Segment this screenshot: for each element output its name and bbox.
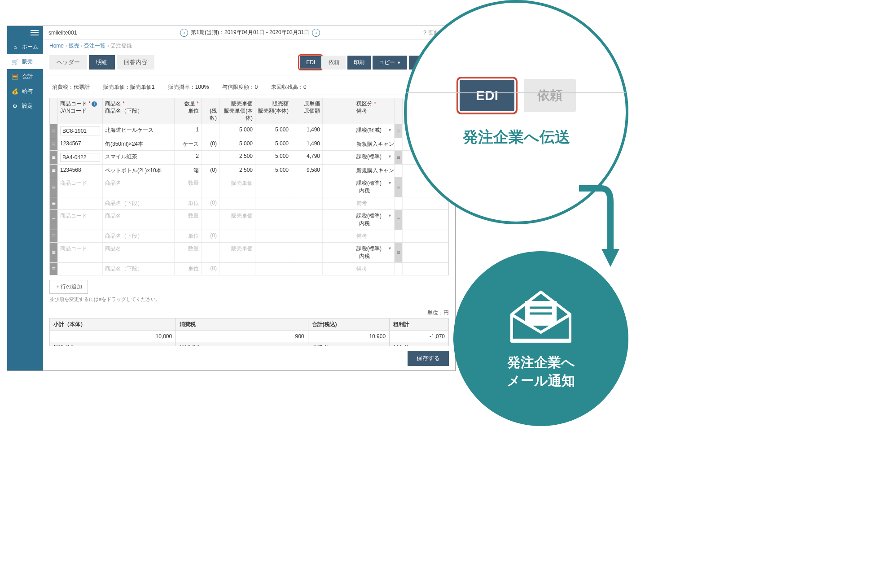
crumb-home[interactable]: Home: [49, 43, 64, 49]
crumb-list[interactable]: 受注一覧: [84, 43, 105, 49]
name-cell[interactable]: 北海道ビールケース: [103, 124, 175, 138]
name2-placeholder[interactable]: 商品名（下段）: [103, 230, 175, 242]
qty-placeholder[interactable]: 数量: [175, 243, 202, 262]
name2-placeholder[interactable]: 商品名（下段）: [103, 263, 175, 275]
gross-label: 粗利計: [390, 318, 449, 331]
edi-button[interactable]: EDI: [300, 56, 321, 69]
drag-handle[interactable]: ≡: [50, 243, 58, 262]
amountbody-cell: 5,000: [255, 138, 291, 150]
taxcat-select[interactable]: 課税(標準)▼: [356, 212, 392, 220]
name-cell[interactable]: スマイル紅茶: [103, 151, 175, 164]
drag-handle[interactable]: ≡: [50, 165, 58, 177]
drag-handle[interactable]: ≡: [50, 151, 58, 164]
period-selector: ‹ 第1期(当期)：2019年04月01日 - 2020年03月31日 ›: [77, 29, 423, 37]
callout-edi-button[interactable]: EDI: [460, 80, 514, 111]
sellunit-cell[interactable]: 5,000: [219, 124, 255, 138]
unit-placeholder[interactable]: 単位: [175, 197, 202, 209]
irai-button[interactable]: 依頼: [322, 56, 346, 70]
tax-basis-label: 消費税：: [52, 84, 74, 90]
unit-cell[interactable]: ケース: [175, 138, 202, 150]
table-row: ≡ BA4-0422 スマイル紅茶 2 2,500 5,000 4,790 課税…: [50, 150, 448, 164]
taxcat-select[interactable]: 課税(標準)▼: [356, 179, 392, 187]
amountbody-cell: 5,000: [255, 165, 291, 177]
drag-handle[interactable]: ≡: [50, 177, 58, 197]
unit-cell[interactable]: 箱: [175, 165, 202, 177]
row-menu[interactable]: ≡: [395, 151, 403, 164]
period-prev[interactable]: ‹: [180, 29, 188, 37]
qty-placeholder[interactable]: 数量: [175, 210, 202, 230]
name-placeholder[interactable]: 商品名: [103, 210, 175, 230]
drag-handle[interactable]: ≡: [50, 124, 58, 138]
name2-cell[interactable]: 缶(350ml)×24本: [103, 138, 175, 150]
unit-label: 単位：円: [49, 309, 449, 317]
crumb-sales[interactable]: 販売: [69, 43, 79, 49]
home-icon: ⌂: [12, 44, 18, 50]
tab-response[interactable]: 回答内容: [117, 55, 154, 70]
drag-hint: 並び順を変更するには≡をドラッグしてください。: [49, 296, 449, 303]
copy-button[interactable]: コピー▼: [373, 56, 407, 70]
row-menu[interactable]: ≡: [395, 124, 403, 138]
drag-handle[interactable]: ≡: [50, 263, 58, 275]
jan-cell[interactable]: 1234567: [58, 138, 103, 150]
jan-cell[interactable]: 1234568: [58, 165, 103, 177]
row-menu[interactable]: ≡: [395, 243, 403, 262]
taxcat-select[interactable]: 課税(標準)▼: [356, 245, 392, 253]
tax-value: 900: [176, 331, 308, 342]
nav-settings[interactable]: ⚙ 設定: [7, 99, 43, 113]
qty-cell[interactable]: 2: [175, 151, 202, 164]
sellunit-placeholder[interactable]: 販売単価: [219, 177, 255, 197]
name-placeholder[interactable]: 商品名: [103, 243, 175, 262]
note-placeholder[interactable]: 備考: [354, 263, 395, 275]
table-row-empty: ≡ 商品コード 商品名 数量 販売単価 課税(標準)▼ 内税 ≡: [50, 209, 448, 230]
period-next[interactable]: ›: [312, 29, 320, 37]
info-icon[interactable]: i: [92, 101, 97, 107]
row-menu[interactable]: ≡: [395, 177, 403, 197]
code-placeholder[interactable]: 商品コード: [58, 177, 103, 197]
sellunit-cell[interactable]: 2,500: [219, 151, 255, 164]
taxcat-select[interactable]: 課税(軽減)▼: [356, 126, 392, 134]
qty-cell[interactable]: 1: [175, 124, 202, 138]
name2-cell[interactable]: ペットボトル(2L)×10本: [103, 165, 175, 177]
drag-handle[interactable]: ≡: [50, 210, 58, 230]
name2-placeholder[interactable]: 商品名（下段）: [103, 197, 175, 209]
drag-handle[interactable]: ≡: [50, 138, 58, 150]
cart-icon: 🛒: [12, 58, 18, 65]
tab-header[interactable]: ヘッダー: [49, 55, 87, 70]
sellunit-placeholder[interactable]: 販売単価: [219, 243, 255, 262]
tax-label: 消費税: [176, 318, 308, 331]
add-row-button[interactable]: ＋行の追加: [49, 280, 88, 294]
save-button[interactable]: 保存する: [408, 351, 449, 366]
code-field[interactable]: BC8-1901: [60, 126, 100, 135]
unit-placeholder[interactable]: 単位: [175, 230, 202, 242]
unit-placeholder[interactable]: 単位: [175, 263, 202, 275]
note-cell[interactable]: 新規購入キャンペーン: [354, 138, 395, 150]
tab-detail[interactable]: 明細: [89, 55, 115, 70]
note-placeholder[interactable]: 備考: [354, 197, 395, 209]
nav-sales[interactable]: 🛒 販売: [7, 54, 43, 69]
col-name2: 商品名（下段）: [105, 108, 143, 114]
row-menu[interactable]: ≡: [395, 210, 403, 230]
nav-accounting-label: 会計: [22, 73, 33, 80]
nav-home-label: ホーム: [22, 43, 38, 51]
drag-handle[interactable]: ≡: [50, 230, 58, 242]
code-placeholder[interactable]: 商品コード: [58, 243, 103, 262]
costamount-cell: 9,580: [291, 165, 323, 177]
print-button[interactable]: 印刷: [347, 56, 371, 70]
name-placeholder[interactable]: 商品名: [103, 177, 175, 197]
hamburger-menu[interactable]: [7, 26, 43, 39]
note-cell[interactable]: 新規購入キャンペーン: [354, 165, 395, 177]
subtotal-value: 10,000: [50, 331, 176, 342]
note-placeholder[interactable]: 備考: [354, 230, 395, 242]
taxcat-select[interactable]: 課税(標準)▼: [356, 153, 392, 161]
col-costamount: 原価額: [304, 108, 320, 114]
nav-payroll[interactable]: 💰 給与: [7, 84, 43, 99]
nav-accounting[interactable]: 🧮 会計: [7, 69, 43, 84]
stock-cell: (0): [202, 138, 219, 150]
gear-icon: ⚙: [12, 103, 18, 109]
drag-handle[interactable]: ≡: [50, 197, 58, 209]
code-placeholder[interactable]: 商品コード: [58, 210, 103, 230]
sellunit-placeholder[interactable]: 販売単価: [219, 210, 255, 230]
qty-placeholder[interactable]: 数量: [175, 177, 202, 197]
nav-home[interactable]: ⌂ ホーム: [7, 39, 43, 54]
code-field[interactable]: BA4-0422: [60, 153, 100, 162]
